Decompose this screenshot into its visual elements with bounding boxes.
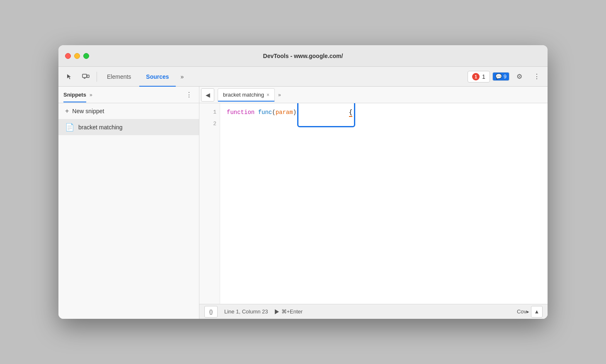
snippet-name: bracket matching bbox=[78, 124, 123, 131]
editor-tabs: ◀ bracket matching × » bbox=[199, 87, 548, 103]
run-icon bbox=[275, 309, 279, 314]
device-icon[interactable] bbox=[78, 70, 93, 83]
errors-button[interactable]: 1 1 bbox=[468, 71, 490, 83]
line-number-2: 2 bbox=[199, 118, 216, 130]
status-bar: {} Line 1, Column 23 ⌘+Enter Cov▸ ▲ bbox=[199, 304, 548, 319]
close-button[interactable] bbox=[65, 53, 71, 59]
window-title: DevTools - www.google.com/ bbox=[263, 53, 343, 59]
new-snippet-button[interactable]: + New snippet bbox=[58, 103, 199, 119]
gear-icon: ⚙ bbox=[516, 73, 522, 80]
tab-close-button[interactable]: × bbox=[267, 92, 269, 98]
cursor-position: Line 1, Column 23 bbox=[224, 308, 268, 315]
keyword-function: function bbox=[227, 107, 255, 118]
sidebar-chevron-icon[interactable]: » bbox=[90, 92, 92, 98]
code-line-1: function func ( param ) { bbox=[227, 107, 548, 118]
chat-icon: 💬 bbox=[495, 73, 502, 80]
toolbar-right: 1 1 💬 9 ⚙ ⋮ bbox=[468, 70, 544, 83]
console-button[interactable]: ▲ bbox=[531, 306, 543, 318]
main-content: Snippets » ⋮ + New snippet 📄 bracket mat… bbox=[58, 87, 548, 319]
sidebar-toggle-button[interactable]: ◀ bbox=[201, 88, 214, 102]
snippet-file-icon: 📄 bbox=[65, 123, 74, 132]
bracket-highlight-brace: { bbox=[297, 103, 355, 127]
minimize-button[interactable] bbox=[74, 53, 80, 59]
code-line-2 bbox=[227, 118, 548, 130]
more-menu-button[interactable]: ⋮ bbox=[529, 70, 544, 83]
coverage-button[interactable]: Cov▸ bbox=[517, 308, 529, 315]
editor-tab-more-button[interactable]: » bbox=[278, 92, 281, 98]
snippet-item-bracket-matching[interactable]: 📄 bracket matching bbox=[58, 119, 199, 135]
more-icon: ⋮ bbox=[533, 73, 540, 80]
opening-brace: { bbox=[349, 108, 352, 117]
svg-rect-0 bbox=[82, 74, 87, 78]
devtools-window: DevTools - www.google.com/ Elements Sour… bbox=[58, 45, 548, 319]
plus-icon: + bbox=[65, 107, 69, 115]
run-button[interactable]: ⌘+Enter bbox=[275, 308, 303, 315]
sidebar-header: Snippets » ⋮ bbox=[58, 87, 199, 103]
editor-tab-bracket-matching[interactable]: bracket matching × bbox=[218, 88, 275, 102]
svg-rect-1 bbox=[87, 75, 89, 78]
editor-tab-name: bracket matching bbox=[223, 92, 264, 98]
sidebar-context-menu-button[interactable]: ⋮ bbox=[184, 90, 194, 100]
title-bar: DevTools - www.google.com/ bbox=[58, 45, 548, 67]
toolbar-divider-1 bbox=[97, 72, 97, 82]
error-badge: 1 bbox=[472, 73, 480, 80]
param-name: param bbox=[276, 107, 293, 118]
status-right: Cov▸ ▲ bbox=[517, 306, 543, 318]
sidebar: Snippets » ⋮ + New snippet 📄 bracket mat… bbox=[58, 87, 199, 319]
sidebar-title: Snippets bbox=[63, 92, 86, 98]
line-number-1: 1 bbox=[199, 107, 216, 118]
settings-button[interactable]: ⚙ bbox=[512, 70, 527, 83]
run-shortcut: ⌘+Enter bbox=[281, 308, 303, 315]
errors-count-label: 1 bbox=[482, 73, 485, 80]
new-snippet-label: New snippet bbox=[72, 108, 104, 114]
cursor-icon[interactable] bbox=[62, 70, 77, 83]
paren-close: ) bbox=[293, 107, 296, 118]
messages-button[interactable]: 💬 9 bbox=[492, 72, 509, 81]
func-name: func bbox=[258, 107, 272, 118]
code-editor: 1 2 function func ( param ) { bbox=[199, 103, 548, 304]
paren-open: ( bbox=[272, 107, 275, 118]
messages-count-label: 9 bbox=[504, 73, 507, 80]
maximize-button[interactable] bbox=[83, 53, 89, 59]
format-button[interactable]: {} bbox=[204, 306, 218, 318]
more-tabs-btn[interactable]: » bbox=[177, 72, 187, 82]
tab-elements[interactable]: Elements bbox=[100, 69, 138, 84]
code-content[interactable]: function func ( param ) { bbox=[220, 103, 548, 304]
line-numbers: 1 2 bbox=[199, 103, 220, 304]
traffic-lights bbox=[65, 53, 89, 59]
main-toolbar: Elements Sources » 1 1 💬 9 ⚙ ⋮ bbox=[58, 67, 548, 87]
editor-area: ◀ bracket matching × » 1 2 function bbox=[199, 87, 548, 319]
tab-sources[interactable]: Sources bbox=[139, 69, 175, 84]
sidebar-toggle-icon: ◀ bbox=[206, 92, 210, 98]
